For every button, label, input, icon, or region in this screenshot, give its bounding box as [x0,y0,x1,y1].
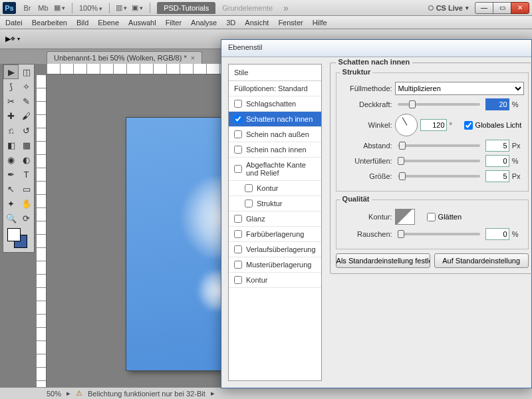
style-item[interactable]: Farbüberlagerung [229,227,321,242]
style-item-checkbox[interactable] [245,184,253,192]
menu-filter[interactable]: Filter [166,19,182,27]
noise-slider[interactable] [398,233,480,235]
healing-brush-tool[interactable]: ✚ [3,108,19,123]
opacity-slider[interactable] [398,103,480,106]
style-item-checkbox[interactable] [234,276,242,284]
menu-ansicht[interactable]: Ansicht [245,19,269,27]
menu-3d[interactable]: 3D [226,19,235,27]
layout-icon[interactable]: ▦ [52,2,66,14]
eraser-tool[interactable]: ◧ [3,138,19,152]
view-extras-icon[interactable]: ▥ [114,2,128,14]
hand-tool[interactable]: ✋ [19,196,34,211]
size-input[interactable] [485,170,509,182]
eyedropper-tool[interactable]: ✎ [19,94,34,108]
move-tool-indicator[interactable]: ▶✥ ▾ [5,35,20,43]
menu-auswahl[interactable]: Auswahl [128,19,156,27]
style-item[interactable]: Schatten nach innen [229,112,321,127]
document-tab[interactable]: Unbenannt-1 bei 50% (Wolken, RGB/8) * × [47,51,202,64]
crop-tool[interactable]: ✂ [3,94,19,108]
zoom-tool[interactable]: 🔍 [3,211,19,225]
clone-stamp-tool[interactable]: ⎌ [3,123,19,138]
style-item-checkbox[interactable] [234,261,242,269]
style-item[interactable]: Schein nach innen [229,142,321,158]
zoom-level[interactable]: 100% [79,4,102,12]
color-swatches[interactable] [3,225,34,252]
style-item[interactable]: Abgeflachte Kante und Relief [229,158,321,181]
chevron-right-icon[interactable]: ▸ [66,389,70,398]
screen-mode-icon[interactable]: ▣ [130,2,144,14]
set-default-button[interactable]: Als Standardeinstellung festlegen [336,253,430,268]
3d-tool[interactable]: ✦ [3,196,19,211]
status-zoom[interactable]: 50% [47,390,61,398]
style-item[interactable]: Glanz [229,211,321,227]
menu-datei[interactable]: Datei [5,19,23,27]
opacity-input[interactable] [485,98,509,110]
style-item-checkbox[interactable] [234,100,242,108]
distance-input[interactable] [485,140,509,152]
chevron-right-icon[interactable]: ▸ [211,389,215,398]
dialog-title[interactable]: Ebenenstil [221,40,531,57]
style-item-label: Schein nach außen [246,130,309,138]
chevron-right-icon[interactable]: » [283,3,289,13]
history-brush-tool[interactable]: ↺ [19,123,34,138]
path-select-tool[interactable]: ↖ [3,182,19,196]
pen-tool[interactable]: ✒ [3,167,19,182]
style-item[interactable]: Struktur [229,196,321,211]
style-item[interactable]: Schein nach außen [229,127,321,142]
foreground-color-swatch[interactable] [7,228,21,241]
brush-tool[interactable]: 🖌 [19,108,34,123]
style-item-checkbox[interactable] [234,230,242,238]
style-item-checkbox[interactable] [234,215,242,223]
style-item[interactable]: Verlaufsüberlagerung [229,242,321,257]
lasso-tool[interactable]: ⟆ [3,79,19,94]
move-tool[interactable]: ▶ [3,65,19,79]
global-light-checkbox[interactable] [464,121,473,130]
reset-default-button[interactable]: Auf Standardeinstellung [434,253,529,268]
minimize-button[interactable]: — [475,2,493,14]
fill-options-item[interactable]: Fülloptionen: Standard [229,81,321,96]
workspace-tab-psd[interactable]: PSD-Tutorials [157,2,215,14]
dodge-tool[interactable]: ◐ [19,152,34,167]
shape-tool[interactable]: ▭ [19,182,34,196]
contour-picker[interactable] [395,209,415,225]
close-button[interactable]: ✕ [511,2,529,14]
style-item-checkbox[interactable] [245,200,253,207]
menu-bild[interactable]: Bild [76,19,88,27]
blend-mode-select[interactable]: Multiplizieren [395,82,524,95]
style-item[interactable]: Musterüberlagerung [229,257,321,273]
menu-fenster[interactable]: Fenster [278,19,303,27]
distance-slider[interactable] [398,144,480,147]
antialias-checkbox[interactable] [427,213,436,221]
style-item-checkbox[interactable] [234,165,242,173]
type-tool[interactable]: T [19,167,34,182]
size-slider[interactable] [398,175,480,178]
style-item[interactable]: Schlagschatten [229,96,321,112]
minibridge-icon[interactable]: Mb [36,2,51,14]
style-item-checkbox[interactable] [234,245,242,253]
menu-ebene[interactable]: Ebene [98,19,119,27]
menu-hilfe[interactable]: Hilfe [313,19,327,27]
style-list-header[interactable]: Stile [229,65,321,81]
close-tab-icon[interactable]: × [191,54,195,62]
noise-input[interactable] [485,228,509,240]
marquee-tool[interactable]: ◫ [19,65,34,79]
style-item[interactable]: Kontur [229,273,321,288]
cs-live-button[interactable]: CS Live▾ [428,4,469,12]
choke-input[interactable] [485,155,509,167]
angle-dial[interactable] [395,114,418,136]
workspace-tab-grundelemente[interactable]: Grundelemente [215,2,279,14]
style-item-checkbox[interactable] [234,146,242,154]
blur-tool[interactable]: ◉ [3,152,19,167]
maximize-button[interactable]: ▭ [493,2,511,14]
magic-wand-tool[interactable]: ✧ [19,79,34,94]
style-item-checkbox[interactable] [234,130,242,138]
choke-slider[interactable] [398,160,480,162]
menu-analyse[interactable]: Analyse [191,19,217,27]
angle-input[interactable] [420,119,447,131]
menu-bearbeiten[interactable]: Bearbeiten [32,19,67,27]
style-item-checkbox[interactable] [234,115,242,123]
rotate-view-tool[interactable]: ⟳ [19,211,34,225]
style-item[interactable]: Kontur [229,181,321,196]
gradient-tool[interactable]: ▦ [19,138,34,152]
bridge-icon[interactable]: Br [20,2,35,14]
